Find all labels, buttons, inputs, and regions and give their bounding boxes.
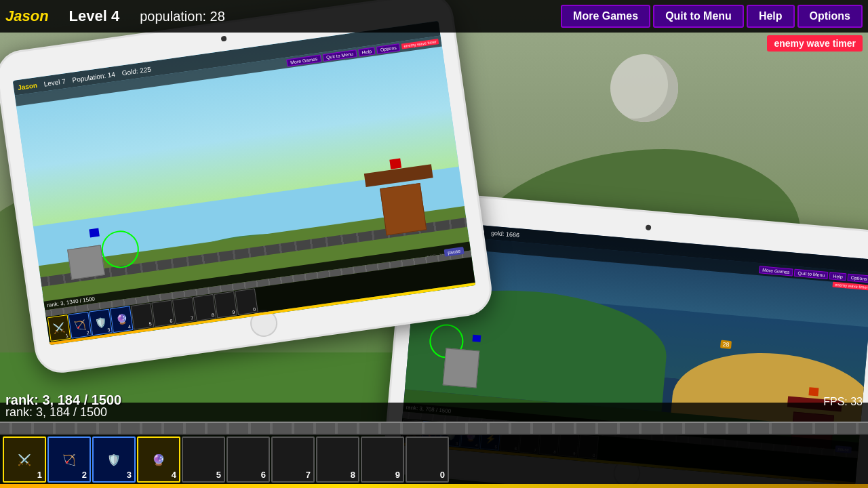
- unit-slot-7[interactable]: 7: [271, 436, 315, 483]
- tread-strip: [0, 422, 868, 435]
- p2-options-btn[interactable]: Options: [847, 273, 868, 283]
- p1-slot-3[interactable]: 🛡️3: [89, 309, 113, 336]
- unit-slot-1[interactable]: ⚔️ 1: [3, 436, 46, 483]
- p2-gold: gold: 1666: [491, 230, 520, 239]
- help-button[interactable]: Help: [747, 5, 795, 28]
- fps-value: 33: [850, 396, 863, 407]
- p1-player-name: Jason: [17, 81, 37, 92]
- wave-timer-badge: enemy wave timer: [767, 35, 863, 52]
- moon: [610, 54, 678, 122]
- slot-number-3: 3: [127, 470, 132, 480]
- phone-camera-2: [646, 224, 652, 230]
- p2-quit-menu-btn[interactable]: Quit to Menu: [794, 268, 829, 279]
- more-games-button[interactable]: More Games: [561, 5, 650, 28]
- slot-number-4: 4: [172, 470, 176, 480]
- player-name: Jason: [5, 7, 49, 25]
- p2-enemy-flag: [808, 387, 818, 396]
- nav-buttons: More Games Quit to Menu Help Options: [561, 5, 863, 28]
- fps-label: FPS:: [823, 396, 850, 407]
- unit-slot-4[interactable]: 🔮 4: [137, 436, 180, 483]
- quit-to-menu-button[interactable]: Quit to Menu: [653, 5, 744, 28]
- unit-slot-8[interactable]: 8: [316, 436, 359, 483]
- p1-slot-9[interactable]: 9: [214, 291, 237, 319]
- slot-number-7: 7: [306, 470, 311, 480]
- slot-number-1: 1: [37, 470, 42, 480]
- slot-number-9: 9: [395, 470, 400, 480]
- archer-icon: 🏹: [56, 445, 83, 474]
- slot-number-0: 0: [440, 470, 445, 480]
- unit-slot-5[interactable]: 5: [182, 436, 225, 483]
- p1-enemy-flag: [389, 159, 401, 169]
- p2-number-badge: 28: [720, 340, 732, 349]
- unit-slot-2[interactable]: 🏹 2: [47, 436, 91, 483]
- p1-slot-6[interactable]: 6: [151, 300, 175, 327]
- phone-camera-1: [221, 36, 227, 42]
- phone-mockup-1: Jason Level 7 Population: 14 Gold: 225 M…: [0, 0, 495, 376]
- p1-gold: Gold: 225: [121, 65, 151, 77]
- unit-slot-9[interactable]: 9: [361, 436, 404, 483]
- p2-player-castle: [439, 344, 484, 388]
- p2-player-flag: [472, 335, 481, 342]
- p1-help-btn[interactable]: Help: [358, 47, 376, 56]
- p1-options-btn[interactable]: Options: [376, 43, 400, 54]
- p1-level: Level 7: [43, 77, 66, 87]
- slot-number-8: 8: [351, 470, 355, 480]
- p1-slot-0[interactable]: 0: [235, 288, 258, 315]
- unit-slot-3[interactable]: 🛡️ 3: [92, 436, 136, 483]
- p1-slot-2[interactable]: 🏹2: [68, 312, 92, 339]
- p1-slot-4[interactable]: 🔮4: [110, 306, 134, 333]
- gold-progress-bar: [0, 484, 868, 488]
- p2-more-games-btn[interactable]: More Games: [759, 266, 793, 276]
- unit-selection-bar: ⚔️ 1 🏹 2 🛡️ 3 🔮 4 5 6 7 8 9 0: [0, 435, 868, 484]
- bottom-hud: rank: 3, 184 / 1500 ⚔️ 1 🏹 2 🛡️ 3 🔮 4 5 …: [0, 403, 868, 488]
- phone-body-1: Jason Level 7 Population: 14 Gold: 225 M…: [0, 0, 495, 376]
- slot-number-5: 5: [216, 470, 221, 480]
- knight-icon: 🛡️: [100, 445, 127, 474]
- unit-slot-0[interactable]: 0: [406, 436, 449, 483]
- options-button[interactable]: Options: [797, 5, 863, 28]
- slot-number-6: 6: [261, 470, 266, 480]
- p1-player-flag: [89, 228, 100, 238]
- p2-castle-body: [443, 348, 480, 388]
- p1-slot-7[interactable]: 7: [172, 297, 196, 324]
- p1-slot-8[interactable]: 8: [193, 294, 217, 321]
- top-navigation-bar: Jason Level 4 population: 28 More Games …: [0, 0, 868, 33]
- p1-slot-5[interactable]: 5: [131, 303, 155, 330]
- unit-slot-6[interactable]: 6: [226, 436, 270, 483]
- mage-icon: 🔮: [145, 445, 172, 474]
- fps-counter: FPS: 33: [823, 396, 863, 408]
- p1-enemy-castle: [366, 175, 440, 238]
- rank-bar: rank: 3, 184 / 1500: [0, 403, 868, 422]
- p1-castle-body: [67, 245, 105, 281]
- slot-number-2: 2: [82, 470, 87, 480]
- main-rank-text: rank: 3, 184 / 1500: [5, 392, 121, 408]
- phone-screen-1: Jason Level 7 Population: 14 Gold: 225 M…: [13, 21, 476, 345]
- population-display: population: 28: [140, 9, 561, 24]
- level-display: Level 4: [69, 7, 120, 25]
- p1-content: Jason Level 7 Population: 14 Gold: 225 M…: [13, 21, 476, 345]
- p1-castle-tower: [380, 183, 427, 236]
- p1-slot-1[interactable]: ⚔️1: [47, 314, 71, 342]
- sword-icon: ⚔️: [11, 445, 38, 474]
- p2-help-btn[interactable]: Help: [829, 272, 846, 281]
